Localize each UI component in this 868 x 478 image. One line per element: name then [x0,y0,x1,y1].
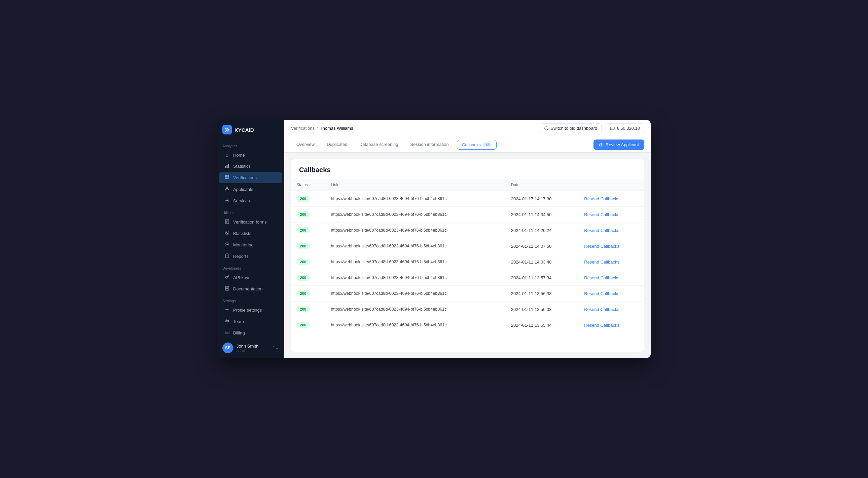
table-header-row: Status Link Date [291,179,644,191]
sidebar-item-services[interactable]: Services [219,195,282,206]
team-icon [224,319,230,325]
switch-dashboard-button[interactable]: Switch to old dashboard [540,123,602,133]
table-row: 200 https://webhook.site/607cad8d-6023-4… [291,270,644,286]
action-cell: Resend Callbacks [579,302,644,317]
col-action [579,179,644,191]
resend-callbacks-button[interactable]: Resend Callbacks [584,275,619,280]
status-badge: 200 [297,196,310,202]
sidebar-item-reports-label: Reports [233,254,249,259]
link-cell: https://webhook.site/607cad8d-6023-4694-… [326,207,506,223]
review-applicant-button[interactable]: Review Applicant [593,139,644,150]
callbacks-table-body: 200 https://webhook.site/607cad8d-6023-4… [291,191,644,333]
sidebar-item-api-keys[interactable]: API keys [219,272,282,283]
svg-line-21 [227,275,229,277]
sidebar-item-billing[interactable]: Billing [219,328,282,339]
callbacks-badge: 12 [483,142,492,147]
status-badge: 200 [297,243,310,249]
topbar: Verifications / Thomas Williams Switch t… [284,120,651,137]
sidebar-item-documentation-label: Documentation [233,286,262,292]
date-cell: 2024-01-11 13:57:34 [506,270,579,286]
sidebar-item-verifications[interactable]: Verifications [219,172,282,183]
status-cell: 200 [291,270,326,286]
col-date: Date [506,179,579,191]
col-status: Status [291,179,326,191]
svg-point-20 [225,276,227,278]
action-cell: Resend Callbacks [579,270,644,286]
col-link: Link [326,179,506,191]
svg-rect-5 [225,177,227,179]
resend-callbacks-button[interactable]: Resend Callbacks [584,291,619,296]
sidebar-item-verification-forms[interactable]: Verification forms [219,216,282,228]
table-row: 200 https://webhook.site/607cad8d-6023-4… [291,254,644,270]
callbacks-table-wrapper[interactable]: Status Link Date 200 https://webhook.sit… [291,179,644,352]
sidebar-item-documentation[interactable]: Documentation [219,283,282,295]
section-label-developers: Developers [217,262,284,272]
table-row: 200 https://webhook.site/607cad8d-6023-4… [291,302,644,317]
user-info[interactable]: SE John Smith admin ⌃⌄ [222,343,279,353]
svg-point-26 [226,309,228,310]
svg-rect-2 [228,164,229,168]
callbacks-title: Callbacks [299,166,636,174]
section-label-settings: Settings [217,295,284,304]
blacklists-icon [224,231,230,236]
status-cell: 200 [291,302,326,317]
sidebar-item-team[interactable]: Team [219,316,282,327]
resend-callbacks-button[interactable]: Resend Callbacks [584,307,619,312]
svg-rect-31 [610,127,614,130]
link-cell: https://webhook.site/607cad8d-6023-4694-… [326,254,506,270]
sidebar-logo: KYCAID [217,125,284,140]
sidebar-item-profile-settings[interactable]: Profile settings [219,305,282,316]
resend-callbacks-button[interactable]: Resend Callbacks [584,196,619,201]
sidebar-item-reports[interactable]: Reports [219,251,282,262]
resend-callbacks-button[interactable]: Resend Callbacks [584,260,619,265]
user-details: John Smith admin [237,344,269,353]
sidebar-item-statistics-label: Statistics [233,164,251,169]
table-row: 200 https://webhook.site/607cad8d-6023-4… [291,238,644,254]
verifications-icon [224,175,230,180]
sidebar-item-blacklists[interactable]: Blacklists [219,228,282,239]
status-cell: 200 [291,191,326,207]
tab-overview[interactable]: Overview [291,138,320,151]
tab-duplicates[interactable]: Duplicates [321,138,352,151]
section-label-utilities: Utilities [217,207,284,216]
svg-point-28 [227,320,229,321]
link-cell: https://webhook.site/607cad8d-6023-4694-… [326,238,506,254]
svg-line-14 [226,232,228,234]
sidebar-section-utilities: Utilities Verification forms Blacklists … [217,207,284,262]
tab-session-information[interactable]: Session information [405,138,454,151]
breadcrumb-verifications-link[interactable]: Verifications [291,126,315,131]
resend-callbacks-button[interactable]: Resend Callbacks [584,323,619,328]
status-cell: 200 [291,238,326,254]
content-area: Callbacks Status Link Date [284,152,651,358]
status-badge: 200 [297,227,310,233]
svg-rect-6 [227,177,229,179]
logo-icon [222,125,232,134]
link-cell: https://webhook.site/607cad8d-6023-4694-… [326,302,506,317]
status-cell: 200 [291,223,326,238]
breadcrumb-separator: / [317,126,318,131]
sidebar-item-api-keys-label: API keys [233,275,250,280]
date-cell: 2024-01-11 14:20:24 [506,223,579,238]
sidebar-item-services-label: Services [233,198,250,203]
resend-callbacks-button[interactable]: Resend Callbacks [584,212,619,217]
sidebar-item-home[interactable]: ⌂ Home [219,149,282,160]
tab-database-screening[interactable]: Database screening [354,138,404,151]
sidebar-item-monitoring[interactable]: Monitoring [219,239,282,250]
date-cell: 2024-01-11 13:55:44 [506,317,579,333]
tab-callbacks[interactable]: Callbacks 12 [457,140,497,149]
sidebar-section-developers: Developers API keys Documentation [217,262,284,295]
sidebar-item-statistics[interactable]: Statistics [219,161,282,172]
date-cell: 2024-01-11 13:56:03 [506,302,579,317]
status-badge: 200 [297,259,310,265]
sidebar: KYCAID Analytics ⌂ Home Statistics Verif… [217,120,284,358]
reports-icon [224,253,230,259]
resend-callbacks-button[interactable]: Resend Callbacks [584,244,619,249]
resend-callbacks-button[interactable]: Resend Callbacks [584,228,619,233]
refresh-icon [544,126,549,131]
card-icon [610,126,615,131]
sidebar-item-blacklists-label: Blacklists [233,231,251,236]
sidebar-item-applicants[interactable]: Applicants [219,184,282,195]
link-cell: https://webhook.site/607cad8d-6023-4694-… [326,286,506,302]
sidebar-item-applicants-label: Applicants [233,187,253,192]
status-badge: 200 [297,306,310,312]
